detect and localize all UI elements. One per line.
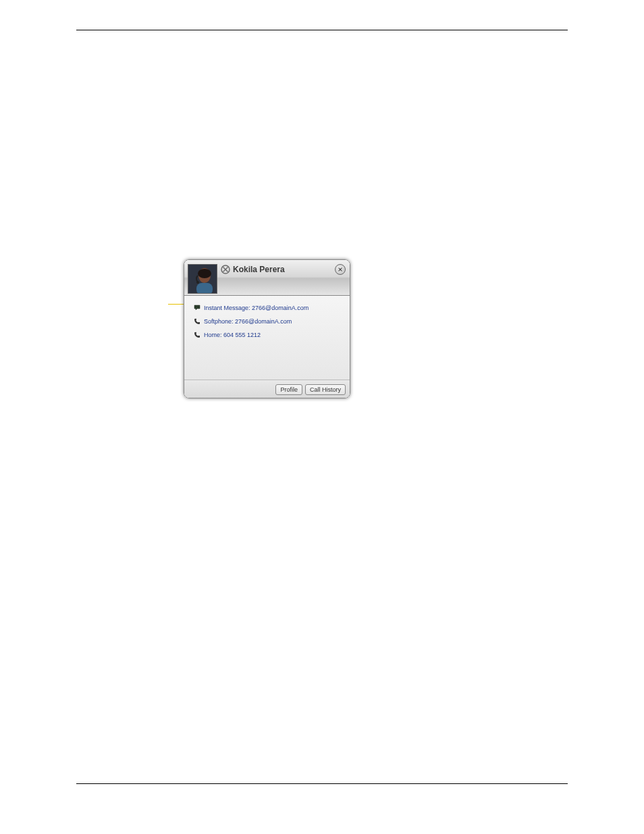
softphone-label: Softphone: 2766@domainA.com <box>204 318 292 325</box>
avatar <box>188 264 217 294</box>
contact-body: Instant Message: 2766@domainA.com Softph… <box>184 296 350 380</box>
contact-flyout: Kokila Perera Instant Message: 2766@doma… <box>184 259 350 398</box>
contact-header: Kokila Perera <box>184 260 350 296</box>
close-icon <box>338 267 343 272</box>
phone-icon <box>194 318 200 325</box>
home-label: Home: 604 555 1212 <box>204 332 261 338</box>
profile-button[interactable]: Profile <box>275 384 302 395</box>
close-button[interactable] <box>335 264 346 275</box>
contact-name: Kokila Perera <box>233 265 285 274</box>
presence-offline-icon <box>221 265 230 274</box>
svg-point-4 <box>196 281 199 284</box>
contact-footer: Profile Call History <box>184 380 350 398</box>
svg-point-2 <box>198 269 211 278</box>
svg-rect-3 <box>196 283 213 293</box>
chat-icon <box>194 305 200 311</box>
home-row[interactable]: Home: 604 555 1212 <box>194 330 261 340</box>
call-history-button[interactable]: Call History <box>305 384 346 395</box>
im-label: Instant Message: 2766@domainA.com <box>204 305 308 311</box>
im-row[interactable]: Instant Message: 2766@domainA.com <box>194 303 308 313</box>
softphone-row[interactable]: Softphone: 2766@domainA.com <box>194 316 292 327</box>
phone-icon <box>194 332 200 338</box>
header-rule <box>76 30 568 30</box>
footer-rule <box>76 783 568 784</box>
document-page: Kokila Perera Instant Message: 2766@doma… <box>0 0 644 834</box>
